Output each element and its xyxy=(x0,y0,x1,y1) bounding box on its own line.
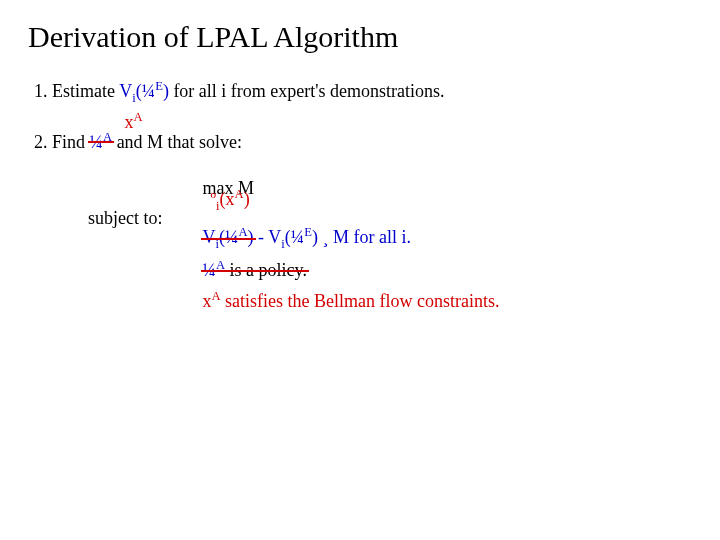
strike-line-icon xyxy=(201,238,256,240)
c-minus: - V xyxy=(254,227,282,247)
rho-A: A xyxy=(235,187,244,201)
c-VpiA-strike: Vi(¼A) xyxy=(203,223,254,254)
subject-to-label: subject to: xyxy=(88,205,198,233)
rho-open: (x xyxy=(220,189,235,209)
step2-insert-A: A xyxy=(134,110,143,124)
subject-to-col: subject to: xyxy=(88,175,198,235)
c-piE: ¼ xyxy=(291,227,305,247)
slide-title: Derivation of LPAL Algorithm xyxy=(28,20,692,54)
c-E2: E xyxy=(304,225,312,239)
steps-list: Estimate Vi(¼E) for all i from expert's … xyxy=(28,78,692,155)
constraint-rho: ºi(xA) Vi(¼A) - Vi(¼E) ¸ M for all i. xyxy=(203,205,500,254)
constraint-replacement: xA satisfies the Bellman flow constraint… xyxy=(203,287,500,316)
policy-strike: ¼A is a policy. xyxy=(203,256,307,285)
step-1: Estimate Vi(¼E) for all i from expert's … xyxy=(52,78,692,107)
step1-V: V xyxy=(119,81,132,101)
step2-prefix: Find xyxy=(52,132,90,152)
strike-line-icon xyxy=(201,270,309,272)
constraint-policy: ¼A is a policy. xyxy=(203,256,500,285)
c-close2: ) ¸ M for all i. xyxy=(312,227,411,247)
step2-piA-strike: xA ¼A xyxy=(90,129,113,155)
step1-pi: ¼ xyxy=(142,81,156,101)
repl-text: satisfies the Bellman flow constraints. xyxy=(221,291,500,311)
rho-insert: ºi(xA) xyxy=(211,185,250,216)
step1-E: E xyxy=(155,79,163,93)
step-2: Find xA ¼A and M that solve: xyxy=(52,113,692,155)
optimization-block: subject to: max M ºi(xA) Vi(¼A) - Vi(¼E)… xyxy=(88,175,692,318)
constraints-col: max M ºi(xA) Vi(¼A) - Vi(¼E) ¸ M for all… xyxy=(203,175,500,318)
step2-insert-x: x xyxy=(125,112,134,132)
rho-close: ) xyxy=(244,189,250,209)
step2-insert: xA xyxy=(125,109,143,135)
repl-A: A xyxy=(212,289,221,303)
repl-x: x xyxy=(203,291,212,311)
step1-suffix: for all i from expert's demonstrations. xyxy=(169,81,445,101)
step1-prefix: Estimate xyxy=(52,81,119,101)
strike-line-icon xyxy=(88,141,115,143)
